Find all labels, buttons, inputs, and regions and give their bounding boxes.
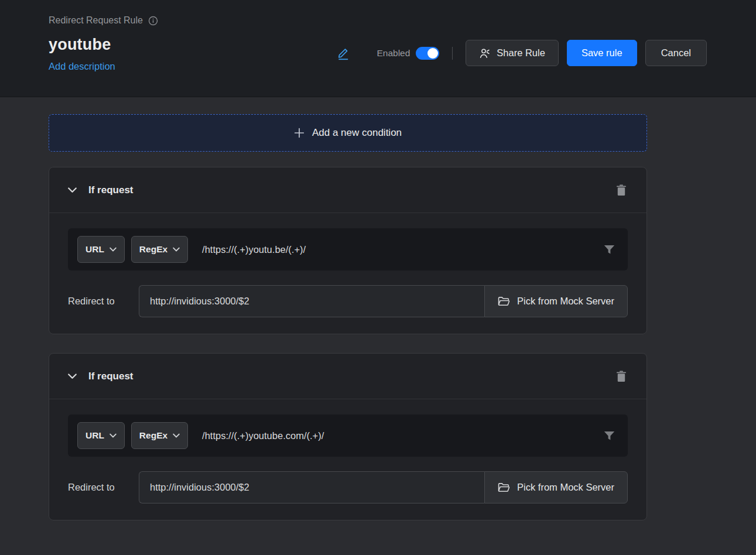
condition-title: If request	[88, 184, 134, 196]
chevron-down-icon[interactable]	[68, 187, 77, 193]
source-key-value: URL	[85, 430, 104, 441]
condition-card: If request URL RegEx	[49, 353, 647, 520]
filter-funnel-icon[interactable]	[600, 427, 618, 444]
redirect-to-label: Redirect to	[68, 482, 139, 493]
share-user-icon	[479, 47, 491, 59]
trash-icon[interactable]	[616, 184, 627, 196]
save-rule-button[interactable]: Save rule	[567, 40, 637, 66]
share-rule-button[interactable]: Share Rule	[466, 40, 559, 66]
cancel-button[interactable]: Cancel	[645, 40, 707, 66]
condition-card-header: If request	[49, 354, 646, 399]
folder-icon	[498, 482, 510, 493]
source-condition-row: URL RegEx	[68, 414, 628, 457]
source-operator-dropdown[interactable]: RegEx	[131, 422, 188, 449]
add-new-condition-button[interactable]: Add a new condition	[49, 114, 647, 152]
chevron-down-icon	[173, 433, 180, 438]
source-value-input[interactable]	[202, 430, 600, 441]
header-divider	[452, 47, 453, 60]
condition-card-body: URL RegEx Redirect to	[49, 213, 646, 334]
chevron-down-icon[interactable]	[68, 374, 77, 379]
trash-icon[interactable]	[616, 371, 627, 382]
chevron-down-icon	[173, 247, 180, 252]
enabled-label: Enabled	[377, 48, 410, 59]
condition-card-header: If request	[49, 167, 646, 213]
condition-card-body: URL RegEx Redirect to	[49, 399, 646, 520]
redirect-destination-input[interactable]	[139, 285, 484, 317]
source-operator-value: RegEx	[139, 244, 167, 255]
edit-pencil-icon[interactable]	[334, 44, 352, 62]
chevron-down-icon	[110, 433, 117, 438]
add-description-link[interactable]: Add description	[49, 61, 115, 72]
redirect-row: Redirect to Pick from Mock Server	[68, 285, 628, 317]
info-icon[interactable]	[148, 16, 158, 26]
folder-icon	[498, 296, 510, 307]
source-condition-row: URL RegEx	[68, 228, 628, 270]
source-operator-value: RegEx	[139, 430, 167, 441]
save-rule-label: Save rule	[581, 47, 622, 59]
rule-type-label: Redirect Request Rule	[49, 15, 143, 26]
cancel-label: Cancel	[661, 47, 691, 59]
rule-conditions-panel: Add a new condition If request	[0, 97, 756, 520]
share-rule-label: Share Rule	[497, 47, 545, 59]
pick-from-mock-server-label: Pick from Mock Server	[517, 482, 614, 493]
filter-funnel-icon[interactable]	[600, 241, 618, 258]
chevron-down-icon	[110, 247, 117, 252]
plus-icon	[294, 128, 305, 138]
source-key-dropdown[interactable]: URL	[77, 422, 125, 449]
source-operator-dropdown[interactable]: RegEx	[131, 236, 188, 263]
condition-card: If request URL RegEx	[49, 167, 647, 334]
source-value-input[interactable]	[202, 244, 600, 255]
pick-from-mock-server-label: Pick from Mock Server	[517, 296, 614, 307]
add-new-condition-label: Add a new condition	[312, 127, 402, 139]
pick-from-mock-server-button[interactable]: Pick from Mock Server	[484, 285, 628, 317]
pick-from-mock-server-button[interactable]: Pick from Mock Server	[484, 471, 628, 503]
source-key-value: URL	[85, 244, 104, 255]
source-key-dropdown[interactable]: URL	[77, 236, 125, 263]
enabled-toggle[interactable]	[416, 47, 439, 60]
redirect-destination-input[interactable]	[139, 471, 484, 503]
rule-editor-header: Redirect Request Rule youtube Add descri…	[0, 0, 756, 97]
header-actions: Enabled Share Rule Save rule Cancel	[334, 40, 707, 66]
redirect-row: Redirect to Pick from Mock Server	[68, 471, 628, 503]
condition-title: If request	[88, 371, 134, 382]
redirect-to-label: Redirect to	[68, 296, 139, 307]
